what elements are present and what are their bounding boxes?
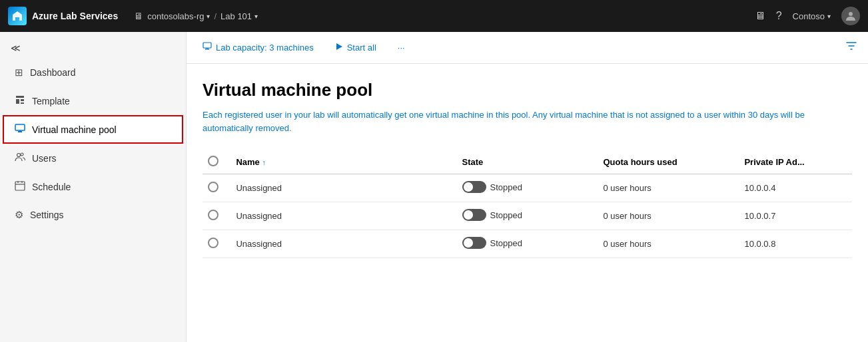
chevron-down-icon-3: ▾ (827, 13, 831, 20)
svg-marker-14 (336, 43, 342, 50)
chevron-down-icon: ▾ (207, 13, 210, 20)
row-2-state: Stopped (457, 202, 598, 230)
row-1-toggle[interactable]: Stopped (462, 181, 522, 193)
row-3-quota-label: 0 user hours (603, 239, 651, 249)
svg-rect-2 (15, 124, 25, 130)
col-header-check (203, 150, 230, 174)
svg-rect-12 (205, 49, 209, 50)
main-layout: ≪ ⊞ Dashboard Template Virtual machin (0, 32, 868, 342)
row-2-name: Unassigned (230, 202, 456, 230)
col-header-quota[interactable]: Quota hours used (598, 150, 739, 174)
row-2-toggle[interactable]: Stopped (462, 209, 522, 221)
logo[interactable]: Azure Lab Services (8, 7, 118, 25)
breadcrumb-rg[interactable]: contosolabs-rg ▾ (147, 11, 210, 21)
svg-point-6 (21, 153, 23, 156)
row-3-name: Unassigned (230, 230, 456, 258)
svg-point-1 (849, 12, 853, 16)
start-all-button[interactable]: Start all (330, 40, 382, 55)
row-2-radio[interactable] (208, 210, 218, 220)
row-1-check[interactable] (203, 174, 230, 202)
row-2-quota: 0 user hours (598, 202, 739, 230)
row-1-name: Unassigned (230, 174, 456, 202)
lab-capacity-button[interactable]: Lab capacity: 3 machines (197, 39, 319, 56)
sidebar-collapse-button[interactable]: ≪ (0, 37, 186, 59)
row-1-ip-label: 10.0.0.4 (744, 183, 775, 193)
row-3-toggle[interactable]: Stopped (462, 237, 522, 249)
breadcrumb: 🖥 contosolabs-rg ▾ / Lab 101 ▾ (134, 11, 258, 21)
vm-table: Name ↑ State Quota hours used Private IP… (203, 150, 852, 258)
toolbar: Lab capacity: 3 machines Start all ··· (187, 32, 868, 64)
sidebar-label-schedule: Schedule (32, 182, 71, 192)
row-3-ip: 10.0.0.8 (739, 230, 852, 258)
help-button[interactable]: ? (776, 10, 782, 22)
filter-button[interactable] (845, 40, 857, 55)
logo-icon (8, 7, 27, 25)
row-1-radio[interactable] (208, 182, 218, 192)
row-3-check[interactable] (203, 230, 230, 258)
row-2-toggle-thumb (464, 210, 473, 220)
start-all-label: Start all (347, 43, 376, 53)
row-3-state-label: Stopped (490, 238, 522, 248)
sidebar-item-dashboard[interactable]: ⊞ Dashboard (3, 59, 183, 86)
dashboard-icon: ⊞ (15, 67, 23, 79)
col-header-state[interactable]: State (457, 150, 598, 174)
row-1-state-label: Stopped (490, 182, 522, 192)
quota-col-label: Quota hours used (603, 157, 677, 167)
row-1-name-label: Unassigned (236, 183, 282, 193)
row-3-toggle-track[interactable] (462, 237, 486, 249)
breadcrumb-lab[interactable]: Lab 101 ▾ (220, 11, 258, 21)
sidebar: ≪ ⊞ Dashboard Template Virtual machin (0, 32, 187, 342)
svg-point-5 (17, 154, 21, 157)
ellipsis-icon: ··· (398, 43, 405, 53)
state-col-label: State (462, 157, 484, 167)
play-icon (335, 43, 343, 53)
row-3-name-label: Unassigned (236, 239, 282, 249)
sidebar-label-dashboard: Dashboard (30, 67, 76, 78)
row-1-quota-label: 0 user hours (603, 183, 651, 193)
row-1-ip: 10.0.0.4 (739, 174, 852, 202)
sidebar-label-settings: Settings (30, 210, 64, 220)
sidebar-item-vm-pool[interactable]: Virtual machine pool (3, 115, 183, 144)
more-options-button[interactable]: ··· (392, 40, 410, 55)
sidebar-item-schedule[interactable]: Schedule (3, 172, 183, 201)
row-2-quota-label: 0 user hours (603, 211, 651, 221)
row-3-toggle-thumb (464, 238, 473, 248)
user-avatar[interactable] (841, 7, 860, 25)
nav-right: 🖥 ? Contoso ▾ (755, 7, 860, 25)
row-3-ip-label: 10.0.0.8 (744, 239, 775, 249)
page-content: Virtual machine pool Each registered use… (187, 64, 868, 342)
schedule-icon (15, 180, 25, 193)
top-nav: Azure Lab Services 🖥 contosolabs-rg ▾ / … (0, 0, 868, 32)
settings-icon: ⚙ (15, 209, 23, 221)
sidebar-item-users[interactable]: Users (3, 144, 183, 172)
users-icon (15, 152, 25, 164)
svg-rect-3 (18, 131, 22, 132)
row-3-radio[interactable] (208, 238, 218, 248)
name-col-label: Name (236, 157, 259, 167)
sort-asc-icon: ↑ (262, 158, 266, 166)
table-row: Unassigned Stopped 0 user hours (203, 230, 852, 258)
svg-point-0 (16, 12, 19, 15)
sidebar-label-vm-pool: Virtual machine pool (32, 124, 117, 135)
row-1-quota: 0 user hours (598, 174, 739, 202)
row-2-check[interactable] (203, 202, 230, 230)
sidebar-item-settings[interactable]: ⚙ Settings (3, 201, 183, 229)
app-title: Azure Lab Services (32, 11, 118, 21)
sidebar-item-template[interactable]: Template (3, 86, 183, 115)
monitor-small-icon (203, 42, 212, 53)
table-row: Unassigned Stopped 0 user hours (203, 202, 852, 230)
row-2-toggle-track[interactable] (462, 209, 486, 221)
select-all-radio[interactable] (208, 156, 218, 166)
row-1-toggle-track[interactable] (462, 181, 486, 193)
collapse-icon: ≪ (11, 43, 21, 53)
template-icon (15, 94, 25, 107)
page-description: Each registered user in your lab will au… (203, 108, 852, 134)
col-header-ip[interactable]: Private IP Ad... (739, 150, 852, 174)
monitor-button[interactable]: 🖥 (755, 10, 765, 22)
breadcrumb-sep: / (214, 11, 217, 21)
row-2-name-label: Unassigned (236, 211, 282, 221)
row-2-state-label: Stopped (490, 210, 522, 220)
tenant-switcher[interactable]: Contoso ▾ (793, 11, 831, 21)
col-header-name[interactable]: Name ↑ (230, 150, 456, 174)
content-area: Lab capacity: 3 machines Start all ··· (187, 32, 868, 342)
